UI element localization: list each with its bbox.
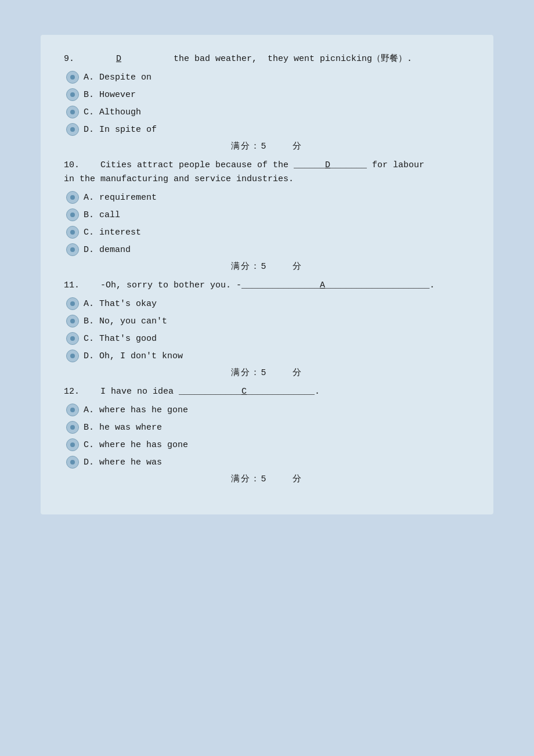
score-12: 满分：5 分 [64, 473, 470, 484]
question-11-text: 11. -Oh, sorry to bother you. -_________… [64, 279, 470, 293]
option-10c-text: C. interest [84, 228, 141, 237]
quiz-container: 9. D the bad weather, they went picnicki… [41, 35, 493, 514]
option-12d[interactable]: D. where he was [66, 456, 470, 469]
radio-12d[interactable] [66, 456, 79, 469]
option-10d[interactable]: D. demand [66, 243, 470, 256]
option-11d[interactable]: D. Oh, I don't know [66, 350, 470, 362]
score-9: 满分：5 分 [64, 141, 470, 152]
radio-11d[interactable] [66, 350, 79, 362]
option-9d[interactable]: D. In spite of [66, 123, 470, 136]
option-12b-text: B. he was where [84, 423, 162, 433]
radio-11c[interactable] [66, 332, 79, 345]
option-10c[interactable]: C. interest [66, 226, 470, 239]
option-10a-text: A. requirement [84, 193, 157, 203]
radio-9d[interactable] [66, 123, 79, 136]
question-10: 10. Cities attract people because of the… [64, 159, 470, 272]
option-12c-text: C. where he has gone [84, 440, 188, 450]
radio-12b[interactable] [66, 421, 79, 434]
radio-11a[interactable] [66, 297, 79, 310]
option-9c-text: C. Although [84, 107, 141, 117]
option-9a-text: A. Despite on [84, 73, 151, 82]
option-11c-text: C. That's good [84, 334, 157, 344]
question-9-text: 9. D the bad weather, they went picnicki… [64, 52, 470, 66]
option-11c[interactable]: C. That's good [66, 332, 470, 345]
option-11b[interactable]: B. No, you can't [66, 315, 470, 327]
question-10-text: 10. Cities attract people because of the… [64, 159, 470, 186]
option-12c[interactable]: C. where he has gone [66, 438, 470, 451]
radio-9b[interactable] [66, 88, 79, 101]
option-9a[interactable]: A. Despite on [66, 71, 470, 84]
option-11a-text: A. That's okay [84, 299, 157, 309]
option-9b-text: B. However [84, 90, 136, 100]
score-10: 满分：5 分 [64, 261, 470, 272]
option-9b[interactable]: B. However [66, 88, 470, 101]
radio-9a[interactable] [66, 71, 79, 84]
option-12b[interactable]: B. he was where [66, 421, 470, 434]
option-10b-text: B. call [84, 210, 120, 220]
option-11a[interactable]: A. That's okay [66, 297, 470, 310]
option-10d-text: D. demand [84, 245, 131, 255]
option-10a[interactable]: A. requirement [66, 191, 470, 204]
question-11: 11. -Oh, sorry to bother you. -_________… [64, 279, 470, 378]
option-11b-text: B. No, you can't [84, 316, 167, 326]
option-11d-text: D. Oh, I don't know [84, 351, 183, 361]
question-12: 12. I have no idea ____________C________… [64, 385, 470, 484]
radio-9c[interactable] [66, 106, 79, 118]
score-11: 满分：5 分 [64, 367, 470, 378]
radio-10c[interactable] [66, 226, 79, 239]
radio-10d[interactable] [66, 243, 79, 256]
radio-10a[interactable] [66, 191, 79, 204]
question-9: 9. D the bad weather, they went picnicki… [64, 52, 470, 152]
radio-12c[interactable] [66, 438, 79, 451]
radio-12a[interactable] [66, 404, 79, 416]
question-12-text: 12. I have no idea ____________C________… [64, 385, 470, 399]
option-10b[interactable]: B. call [66, 208, 470, 221]
option-9c[interactable]: C. Although [66, 106, 470, 118]
option-12a[interactable]: A. where has he gone [66, 404, 470, 416]
radio-11b[interactable] [66, 315, 79, 327]
option-12d-text: D. where he was [84, 458, 162, 467]
radio-10b[interactable] [66, 208, 79, 221]
option-12a-text: A. where has he gone [84, 405, 188, 415]
option-9d-text: D. In spite of [84, 125, 157, 135]
